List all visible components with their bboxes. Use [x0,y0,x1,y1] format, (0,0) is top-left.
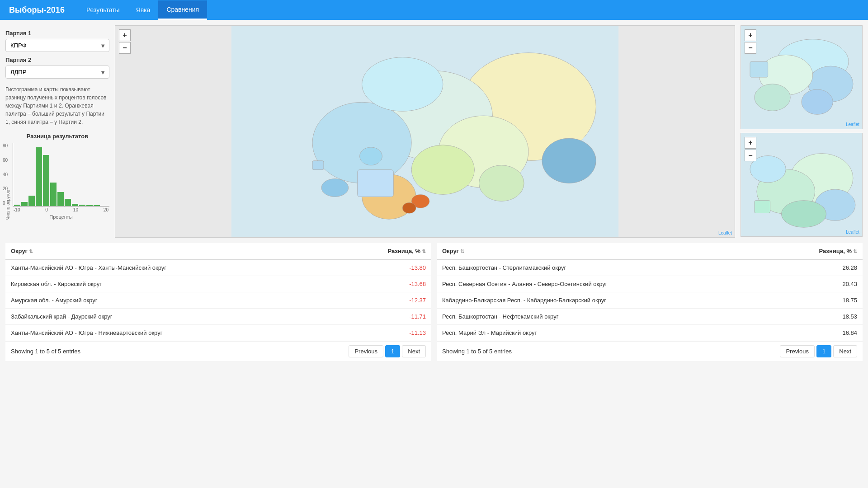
table-right-district-4: Респ. Марий Эл - Марийский округ [437,325,770,341]
x-tick-10: 10 [73,207,78,212]
chart-bar-6 [57,192,64,206]
header: Выборы-2016 Результаты Явка Сравнения [0,0,868,20]
small-map-bottom-controls: + − [745,137,756,161]
table-right-district-1: Респ. Северная Осетия - Алания - Северо-… [437,276,770,292]
table-left-district-1: Кировская обл. - Кировский округ [5,276,335,292]
table-right-prev-button[interactable]: Previous [780,345,815,357]
table-left-col1-header[interactable]: Округ [5,243,335,259]
table-right-row: Респ. Башкортостан - Стерлитамакский окр… [437,259,863,276]
svg-point-15 [542,138,596,183]
table-left-value-0: -13.80 [335,259,431,276]
description-text: Гистограмма и карты показывают разницу п… [5,85,109,126]
table-left-row: Ханты-Мансийский АО - Югра - Нижневартов… [5,325,431,341]
sidebar: Партия 1 КПРФ ЛДПР Единая Россия ▼ Парти… [5,25,109,220]
table-left-row: Ханты-Мансийский АО - Югра - Ханты-Манси… [5,259,431,276]
main-content: Партия 1 КПРФ ЛДПР Единая Россия ▼ Парти… [0,20,868,243]
table-left-next-button[interactable]: Next [402,345,426,357]
table-right-district-3: Респ. Башкортостан - Нефтекамский округ [437,309,770,325]
chart-bar-3 [36,147,42,206]
small-map-top-attribution: Leaflet [846,122,859,127]
table-left-panel: Округ Разница, % Ханты-Мансийский АО - Ю… [5,243,431,361]
table-right-pagination: Showing 1 to 5 of 5 entries Previous 1 N… [437,341,863,361]
table-right-col2-header[interactable]: Разница, % [770,243,863,259]
table-left-district-3: Забайкальский край - Даурский округ [5,309,335,325]
table-right-showing: Showing 1 to 5 of 5 entries [442,348,512,355]
svg-point-20 [755,84,790,111]
svg-rect-11 [312,161,324,170]
svg-point-10 [411,145,474,195]
party2-label: Партия 2 [5,56,109,63]
table-left-pagination-controls: Previous 1 Next [349,345,426,357]
table-right-panel: Округ Разница, % Респ. Башкортостан - Ст… [437,243,863,361]
table-right-district-2: Кабардино-Балкарская Респ. - Кабардино-Б… [437,292,770,309]
small-map-top-controls: + − [745,29,756,54]
table-left-district-4: Ханты-Мансийский АО - Югра - Нижневартов… [5,325,335,341]
small-map-bottom-zoom-out[interactable]: − [745,150,756,161]
tables-section: Округ Разница, % Ханты-Мансийский АО - Ю… [0,243,868,366]
main-map: + − [115,25,735,238]
party2-select[interactable]: ЛДПР КПРФ Единая Россия [5,66,109,79]
table-left-row: Кировская обл. - Кировский округ -13.68 [5,276,431,292]
small-map-top: + − Leaflet [741,25,863,129]
party2-select-wrapper: ЛДПР КПРФ Единая Россия ▼ [5,66,109,79]
svg-point-21 [802,89,833,115]
table-left-col2-header[interactable]: Разница, % [335,243,431,259]
party1-label: Партия 1 [5,30,109,37]
y-tick-20: 20 [3,186,8,191]
table-right-value-2: 18.75 [770,292,863,309]
chart-bars [13,143,109,206]
small-map-bottom: + − Leaflet [741,133,863,237]
party1-select[interactable]: КПРФ ЛДПР Единая Россия [5,39,109,52]
chart-area: 80 60 40 20 0 -10 0 10 20 Проце [13,143,109,220]
nav-results[interactable]: Результаты [78,1,128,19]
chart-container: Число округов 80 60 40 20 0 -10 [5,143,109,220]
chart-bar-1 [21,202,28,206]
main-map-controls: + − [119,29,131,54]
table-right-next-button[interactable]: Next [833,345,857,357]
svg-point-4 [362,57,443,111]
chart-bar-10 [86,205,93,206]
table-left-value-1: -13.68 [335,276,431,292]
chart-bar-9 [79,205,85,206]
main-map-zoom-out[interactable]: − [119,42,131,54]
table-right-row: Респ. Марий Эл - Марийский округ 16.84 [437,325,863,341]
table-right-row: Кабардино-Балкарская Респ. - Кабардино-Б… [437,292,863,309]
x-tick-0: 0 [45,207,48,212]
table-left-prev-button[interactable]: Previous [349,345,383,357]
table-left-page1-button[interactable]: 1 [385,345,400,357]
svg-point-14 [479,165,524,202]
party1-select-wrapper: КПРФ ЛДПР Единая Россия ▼ [5,39,109,52]
small-map-top-zoom-out[interactable]: − [745,42,756,54]
chart-bar-5 [50,183,57,206]
svg-point-12 [321,179,349,197]
table-right-value-4: 16.84 [770,325,863,341]
table-left-row: Амурская обл. - Амурский округ -12.37 [5,292,431,309]
main-map-svg [115,26,735,237]
main-map-zoom-in[interactable]: + [119,29,131,41]
y-tick-60: 60 [3,158,8,163]
table-right-value-3: 18.53 [770,309,863,325]
table-left-value-2: -12.37 [335,292,431,309]
svg-rect-7 [358,170,394,197]
table-left-value-4: -11.13 [335,325,431,341]
table-right-page1-button[interactable]: 1 [816,345,831,357]
table-right-col1-header[interactable]: Округ [437,243,770,259]
svg-point-13 [360,147,382,165]
small-map-top-zoom-in[interactable]: + [745,29,756,41]
table-right-row: Респ. Северная Осетия - Алания - Северо-… [437,276,863,292]
table-left-showing: Showing 1 to 5 of 5 entries [11,348,80,355]
chart-bar-4 [43,155,49,206]
chart-x-axis-label: Проценты [13,214,109,220]
table-left: Округ Разница, % Ханты-Мансийский АО - Ю… [5,243,431,341]
chart-bar-2 [28,196,35,206]
svg-rect-29 [755,201,770,213]
nav-turnout[interactable]: Явка [128,1,159,19]
small-maps: + − Leaflet + − [741,25,863,237]
x-tick-20: 20 [104,207,108,212]
nav-compare[interactable]: Сравнения [158,0,207,20]
chart-bar-11 [94,205,100,206]
y-tick-80: 80 [3,143,8,148]
maps-area: + − [115,25,735,238]
chart-bar-0 [14,205,20,206]
small-map-bottom-zoom-in[interactable]: + [745,137,756,149]
